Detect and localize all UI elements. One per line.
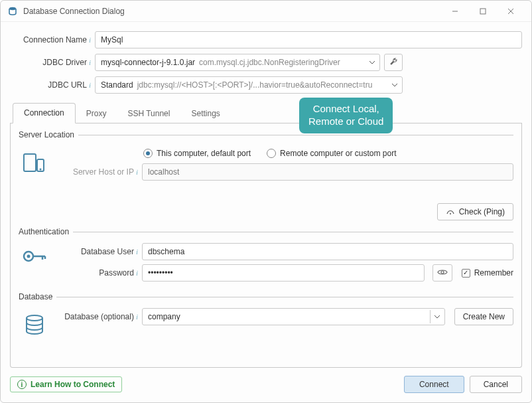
toggle-password-visibility[interactable] <box>432 264 452 282</box>
svg-point-7 <box>40 169 42 171</box>
checkbox-icon <box>462 269 470 278</box>
server-host-label: Server Host or IP i <box>57 167 138 177</box>
chevron-down-icon <box>430 310 444 323</box>
close-button[interactable] <box>497 2 525 21</box>
radio-icon <box>143 149 153 158</box>
info-icon[interactable]: i <box>136 269 138 277</box>
database-group: Database Database (optional) <box>19 292 513 339</box>
info-icon[interactable]: i <box>136 248 138 256</box>
authentication-group: Authentication Database User <box>19 227 513 285</box>
cancel-button[interactable]: Cancel <box>470 376 522 393</box>
server-icon <box>19 146 50 177</box>
server-host-input <box>142 163 513 181</box>
svg-point-10 <box>27 255 31 258</box>
database-combo[interactable]: company <box>142 308 445 325</box>
maximize-button[interactable] <box>469 2 497 21</box>
jdbc-url-combo[interactable]: Standard jdbc:mysql://<HOST>[:<PORT>]/..… <box>95 76 403 94</box>
tab-settings[interactable]: Settings <box>180 104 230 123</box>
remember-checkbox[interactable]: Remember <box>462 268 513 278</box>
database-icon <box>19 308 50 339</box>
svg-rect-5 <box>24 154 36 171</box>
radio-icon <box>267 149 276 158</box>
jdbc-driver-combo[interactable]: mysql-connector-j-9.1.0.jar com.mysql.cj… <box>95 54 380 71</box>
app-icon <box>7 6 18 17</box>
tab-proxy[interactable]: Proxy <box>76 104 117 123</box>
server-location-group: Server Location This compu <box>19 130 513 220</box>
tabstrip: Connection Proxy SSH Tunnel Settings <box>10 103 522 123</box>
info-icon[interactable]: i <box>136 168 138 176</box>
tab-connection[interactable]: Connection <box>13 103 76 123</box>
check-ping-button[interactable]: Check (Ping) <box>437 203 513 220</box>
info-icon[interactable]: i <box>89 81 91 89</box>
database-name-label: Database (optional) i <box>57 312 138 321</box>
minimize-button[interactable] <box>441 2 469 21</box>
server-location-legend: Server Location <box>19 130 78 139</box>
info-circle-icon: i <box>17 380 27 389</box>
wrench-icon <box>389 57 398 68</box>
tabpanel-connection: Server Location This compu <box>10 123 522 368</box>
driver-settings-button[interactable] <box>384 54 403 71</box>
svg-point-11 <box>441 271 444 274</box>
dialog-title: Database Connection Dialog <box>23 7 125 16</box>
database-user-input[interactable] <box>142 243 513 260</box>
chevron-down-icon <box>387 78 402 92</box>
jdbc-url-label: JDBC URL i <box>10 80 95 90</box>
svg-point-8 <box>450 213 451 214</box>
dialog-window: Database Connection Dialog Connection Na… <box>0 0 532 403</box>
info-icon[interactable]: i <box>89 58 91 66</box>
info-icon[interactable]: i <box>89 36 91 44</box>
radio-remote[interactable]: Remote computer or custom port <box>267 149 396 158</box>
ping-icon <box>446 207 455 217</box>
connection-name-input[interactable] <box>95 31 522 48</box>
info-icon[interactable]: i <box>136 313 138 321</box>
dialog-footer: i Learn How to Connect Connect Cancel <box>1 368 531 402</box>
connect-button[interactable]: Connect <box>404 376 464 393</box>
eye-icon <box>437 268 448 278</box>
database-legend: Database <box>19 292 56 301</box>
password-label: Password i <box>57 268 138 278</box>
callout-tooltip: Connect Local, Remote or Cloud <box>299 98 393 133</box>
jdbc-driver-label: JDBC Driver i <box>10 58 95 67</box>
chevron-down-icon <box>365 56 379 69</box>
authentication-legend: Authentication <box>19 227 73 236</box>
database-user-label: Database User i <box>57 247 138 256</box>
svg-point-0 <box>9 7 16 9</box>
svg-point-12 <box>27 315 42 321</box>
password-input[interactable] <box>142 264 425 282</box>
connection-name-label: Connection Name i <box>10 35 95 44</box>
svg-rect-2 <box>480 9 486 14</box>
key-icon <box>19 243 50 266</box>
learn-how-to-connect-link[interactable]: i Learn How to Connect <box>10 376 122 392</box>
create-new-database-button[interactable]: Create New <box>454 308 513 325</box>
tab-ssh-tunnel[interactable]: SSH Tunnel <box>117 104 180 123</box>
titlebar: Database Connection Dialog <box>1 1 531 22</box>
radio-local[interactable]: This computer, default port <box>143 149 251 158</box>
